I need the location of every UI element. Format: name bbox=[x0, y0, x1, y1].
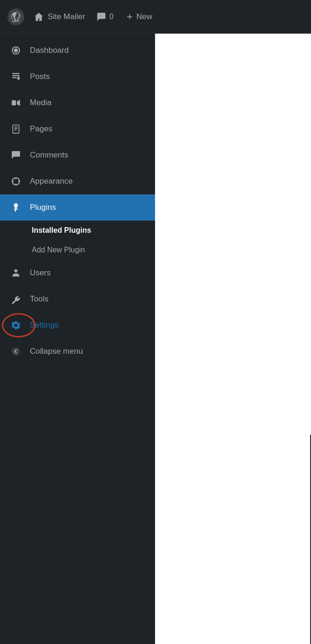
sidebar-item-plugins-label: Plugins bbox=[30, 203, 56, 212]
main-layout: Dashboard Posts Media bbox=[0, 34, 311, 644]
sidebar-item-media[interactable]: Media bbox=[0, 90, 155, 116]
sidebar-item-appearance-label: Appearance bbox=[30, 177, 73, 186]
sidebar-item-users-label: Users bbox=[30, 268, 50, 278]
comments-icon bbox=[9, 149, 22, 162]
collapse-label: Collapse menu bbox=[30, 347, 83, 356]
plus-icon: + bbox=[127, 11, 133, 23]
tools-icon bbox=[9, 293, 22, 306]
sidebar-item-settings-label: Settings bbox=[30, 321, 58, 330]
sidebar-item-pages-label: Pages bbox=[30, 124, 52, 134]
collapse-icon bbox=[9, 345, 22, 358]
sidebar-item-users[interactable]: Users bbox=[0, 260, 155, 286]
posts-icon bbox=[9, 70, 22, 83]
sidebar: Dashboard Posts Media bbox=[0, 34, 155, 644]
admin-bar-new[interactable]: + New bbox=[127, 11, 152, 23]
svg-point-11 bbox=[14, 269, 18, 272]
settings-icon bbox=[9, 319, 22, 332]
admin-bar-comment-count: 0 bbox=[109, 13, 113, 21]
admin-bar-site-name: Site Mailer bbox=[48, 12, 85, 21]
users-icon bbox=[9, 266, 22, 279]
sidebar-item-tools-label: Tools bbox=[30, 294, 49, 304]
sidebar-item-posts[interactable]: Posts bbox=[0, 64, 155, 90]
svg-point-9 bbox=[12, 180, 14, 182]
add-new-plugin-label: Add New Plugin bbox=[32, 246, 85, 254]
sidebar-plugins-sub-items: Installed Plugins Add New Plugin bbox=[0, 221, 155, 260]
appearance-icon bbox=[9, 175, 22, 188]
admin-bar: Site Mailer 0 + New bbox=[0, 0, 311, 34]
sidebar-item-pages[interactable]: Pages bbox=[0, 116, 155, 142]
sidebar-item-posts-label: Posts bbox=[30, 72, 50, 81]
content-area: General Writing Reading Discussion Media… bbox=[155, 34, 311, 644]
sidebar-item-dashboard[interactable]: Dashboard bbox=[0, 37, 155, 64]
plugins-icon bbox=[9, 201, 22, 214]
sidebar-item-settings[interactable]: Settings bbox=[0, 312, 155, 338]
sidebar-item-plugins[interactable]: Plugins bbox=[0, 194, 155, 221]
admin-bar-new-label: New bbox=[136, 12, 152, 21]
svg-rect-1 bbox=[12, 100, 16, 106]
svg-point-12 bbox=[12, 347, 20, 356]
sidebar-sub-item-installed-plugins[interactable]: Installed Plugins bbox=[0, 221, 155, 240]
dashboard-icon bbox=[9, 44, 22, 57]
sidebar-item-tools[interactable]: Tools bbox=[0, 286, 155, 312]
sidebar-sub-item-add-new-plugin[interactable]: Add New Plugin bbox=[0, 240, 155, 260]
white-content-area bbox=[155, 34, 311, 436]
wp-logo[interactable] bbox=[7, 8, 24, 25]
media-icon bbox=[9, 96, 22, 109]
admin-bar-home[interactable]: Site Mailer bbox=[34, 12, 85, 22]
installed-plugins-label: Installed Plugins bbox=[32, 226, 91, 235]
pages-icon bbox=[9, 122, 22, 136]
sidebar-collapse[interactable]: Collapse menu bbox=[0, 338, 155, 365]
svg-point-10 bbox=[18, 180, 20, 182]
sidebar-item-appearance[interactable]: Appearance bbox=[0, 168, 155, 194]
admin-bar-comments[interactable]: 0 bbox=[96, 12, 113, 22]
svg-point-8 bbox=[15, 184, 16, 185]
svg-rect-2 bbox=[13, 125, 19, 133]
sidebar-item-comments[interactable]: Comments bbox=[0, 142, 155, 168]
sidebar-item-comments-label: Comments bbox=[30, 150, 68, 160]
svg-point-7 bbox=[15, 178, 16, 179]
sidebar-item-media-label: Media bbox=[30, 98, 51, 107]
sidebar-item-dashboard-label: Dashboard bbox=[30, 46, 69, 55]
